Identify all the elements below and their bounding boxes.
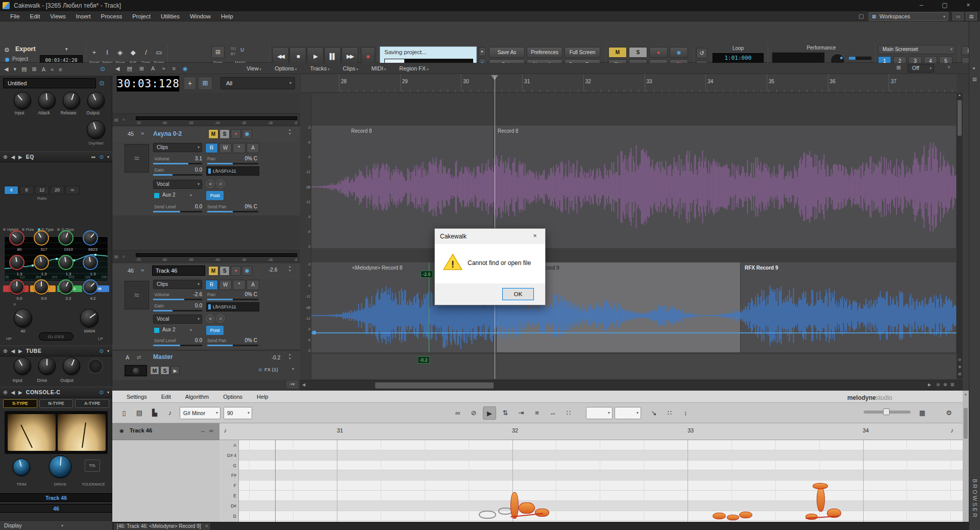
- read-automation-button[interactable]: R: [205, 143, 218, 153]
- expand-right-icon[interactable]: ▸: [479, 47, 486, 56]
- prev-icon[interactable]: ◀: [11, 390, 15, 395]
- video-off-dropdown[interactable]: Off ▾: [908, 64, 934, 73]
- eq-knob-freq-2[interactable]: [58, 230, 74, 246]
- close-icon[interactable]: ×: [947, 64, 950, 70]
- dock-icon[interactable]: ▤: [127, 65, 132, 72]
- clips-dropdown[interactable]: Clips: [153, 143, 202, 152]
- send-level-slider[interactable]: [153, 345, 202, 346]
- separation-tool-icon[interactable]: ∷: [562, 406, 575, 420]
- preferences-button[interactable]: Preferences: [527, 47, 562, 58]
- gain-slider[interactable]: [153, 174, 202, 176]
- track-name-field[interactable]: Track 46: [152, 266, 205, 276]
- back-icon[interactable]: ◀: [4, 66, 8, 73]
- link-icon[interactable]: ∞: [451, 406, 464, 420]
- slash-icon[interactable]: ⊘: [467, 406, 480, 420]
- resize-icon[interactable]: ↔: [200, 427, 206, 433]
- clips-dropdown[interactable]: Clips: [153, 280, 202, 289]
- scroll-right-icon[interactable]: ▶: [928, 382, 931, 387]
- menu-item-edit[interactable]: Edit: [25, 11, 45, 21]
- note-blob[interactable]: [817, 487, 825, 512]
- ratio-20[interactable]: 20: [50, 186, 64, 195]
- envelope-node[interactable]: [312, 331, 316, 334]
- track-filter-dropdown[interactable]: All ▾: [220, 77, 295, 89]
- maximize-button[interactable]: ▢: [933, 0, 957, 11]
- pitch-tool-icon[interactable]: ⇅: [499, 406, 512, 420]
- quantize-icon[interactable]: ∷: [663, 406, 676, 420]
- input-echo-button[interactable]: ◉: [242, 129, 252, 139]
- note-blob[interactable]: [739, 512, 752, 518]
- track-radio-icon[interactable]: ◉: [119, 428, 124, 433]
- timeline-ruler[interactable]: 28293031323334353637: [300, 74, 957, 93]
- key-dropdown[interactable]: G# Minor: [180, 407, 220, 419]
- bus-knob-box[interactable]: [125, 365, 147, 376]
- input-picker[interactable]: LftASFrA11: [206, 166, 259, 176]
- module-power-icon[interactable]: ⊙: [99, 79, 105, 87]
- melodyne-scrollbar[interactable]: ▲: [963, 391, 969, 530]
- minimize-button[interactable]: –: [910, 0, 933, 11]
- category-dropdown[interactable]: Vocal: [153, 315, 202, 324]
- note-blob[interactable]: [713, 513, 726, 519]
- tv-menu-options[interactable]: Options: [268, 65, 303, 71]
- list-icon[interactable]: ≡: [59, 66, 62, 73]
- track-46-lane[interactable]: <Melodyne> Record 8 Record 9 RFX Record …: [311, 262, 957, 352]
- tv-menu-region-fx[interactable]: Region FX: [393, 65, 435, 71]
- menu-item-file[interactable]: File: [5, 11, 25, 21]
- next-icon[interactable]: ▶: [18, 348, 22, 354]
- link-icon[interactable]: ∞: [209, 427, 213, 433]
- category-dropdown[interactable]: Vocal: [153, 180, 202, 189]
- macro-dropdown-2[interactable]: [615, 407, 641, 419]
- timing-tool-icon[interactable]: ⇥: [514, 406, 528, 420]
- main-tool-icon[interactable]: ▶: [483, 406, 496, 420]
- volume-envelope[interactable]: [311, 332, 957, 333]
- loop-start-time[interactable]: 1:01:000: [713, 53, 764, 63]
- power-icon[interactable]: ⊙: [100, 348, 104, 354]
- tube-input-knob[interactable]: [14, 357, 31, 375]
- close-button[interactable]: ×: [957, 0, 980, 11]
- tube-module-header[interactable]: ⊕ ◀ ▶ TUBE ⊙ ▾: [0, 345, 112, 356]
- save-as-button[interactable]: Save As: [489, 47, 525, 58]
- arm-button[interactable]: ●: [231, 266, 241, 276]
- snap-to-label[interactable]: TO: [231, 47, 236, 51]
- trim-knob[interactable]: [13, 459, 30, 476]
- mute-all-button[interactable]: M: [608, 47, 627, 58]
- eq-knob-gain-1[interactable]: [34, 279, 49, 295]
- master-strip[interactable]: A ⇄ Master -0.2 ▴▾ M S ▶ ⊙ FX (1) ▾: [112, 350, 300, 380]
- preset-dropdown[interactable]: Untitled: [3, 78, 96, 88]
- hp-freq-knob[interactable]: [14, 309, 32, 327]
- eq-knob-gain-3[interactable]: [83, 279, 98, 295]
- master-mute-button[interactable]: M: [150, 366, 159, 375]
- note-blob-unselected[interactable]: [479, 511, 496, 519]
- record-ready-icon[interactable]: ◉: [183, 65, 188, 72]
- wave-icon[interactable]: ≈: [122, 254, 125, 259]
- note-blob[interactable]: [510, 492, 519, 519]
- master-solo-button[interactable]: S: [160, 366, 169, 375]
- eq-module-header[interactable]: ⊕ ◀ ▶ EQ ▸▸ ⊙ ▾: [0, 151, 112, 162]
- gear-icon[interactable]: ⚙: [4, 46, 10, 54]
- solo-button[interactable]: S: [219, 129, 230, 139]
- attack-knob[interactable]: [38, 92, 56, 109]
- columns-icon[interactable]: ▤: [133, 406, 146, 420]
- volume-slider[interactable]: [153, 163, 202, 164]
- project-radio[interactable]: [5, 58, 9, 62]
- audio-icon[interactable]: A: [151, 65, 155, 71]
- workspaces-dropdown[interactable]: ▦ Workspaces ▾: [869, 12, 948, 21]
- audio-icon[interactable]: A: [42, 66, 45, 73]
- send-pan-slider[interactable]: [207, 211, 258, 212]
- ratio-12[interactable]: 12: [35, 186, 49, 195]
- menu-item-utilities[interactable]: Utilities: [156, 11, 185, 21]
- melodyne-ruler[interactable]: ♪ 31323334 ♪: [219, 423, 969, 440]
- magnet-icon[interactable]: ∪: [240, 46, 244, 53]
- vertical-scrollbar[interactable]: ▲ ⊖ ⊕ ⊞: [957, 93, 963, 379]
- pan-slider[interactable]: [207, 299, 258, 300]
- melodyne-menu-help[interactable]: Help: [250, 394, 276, 400]
- power-icon[interactable]: ⊙: [100, 390, 104, 395]
- track-manager-icon[interactable]: ⊞: [198, 77, 212, 90]
- console-type-n-type[interactable]: N-TYPE: [39, 399, 74, 408]
- eq-knob-gain-2[interactable]: [58, 279, 74, 295]
- chevron-down-icon[interactable]: ▾: [190, 328, 192, 332]
- prev-icon[interactable]: ◀: [11, 154, 15, 160]
- expand-icon[interactable]: ⊕: [3, 390, 7, 395]
- write-automation-button[interactable]: W: [219, 143, 232, 153]
- power-icon[interactable]: ⊙: [258, 367, 262, 372]
- track-46-header[interactable]: 46 ≈ Track 46 M S ● ◉ -2.6 ▴▾: [112, 263, 300, 279]
